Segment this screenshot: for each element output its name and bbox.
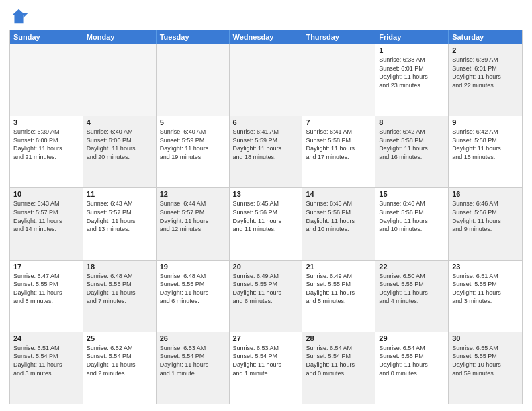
day-number: 24 [13,334,79,342]
day-number: 30 [452,334,519,342]
day-number: 22 [379,263,445,271]
cal-cell: 23Sunrise: 6:51 AM Sunset: 5:55 PM Dayli… [449,261,522,332]
cal-cell: 17Sunrise: 6:47 AM Sunset: 5:55 PM Dayli… [10,261,83,332]
cell-info: Sunrise: 6:44 AM Sunset: 5:57 PM Dayligh… [160,199,226,233]
day-number: 6 [233,118,299,126]
cal-cell: 7Sunrise: 6:41 AM Sunset: 5:58 PM Daylig… [302,116,375,187]
week-row-1: 3Sunrise: 6:39 AM Sunset: 6:00 PM Daylig… [10,116,522,187]
week-row-0: 1Sunrise: 6:38 AM Sunset: 6:01 PM Daylig… [10,44,522,116]
cell-info: Sunrise: 6:47 AM Sunset: 5:55 PM Dayligh… [13,272,79,306]
day-number: 3 [13,118,79,126]
week-row-3: 17Sunrise: 6:47 AM Sunset: 5:55 PM Dayli… [10,260,522,332]
cal-cell: 28Sunrise: 6:54 AM Sunset: 5:54 PM Dayli… [302,332,375,404]
cal-cell [302,44,375,116]
cal-cell [230,44,303,116]
cal-cell: 9Sunrise: 6:42 AM Sunset: 5:58 PM Daylig… [449,116,522,187]
logo [9,7,31,26]
cell-info: Sunrise: 6:49 AM Sunset: 5:55 PM Dayligh… [306,272,371,306]
day-number: 9 [452,118,519,126]
cell-info: Sunrise: 6:42 AM Sunset: 5:58 PM Dayligh… [452,128,519,161]
cal-cell: 10Sunrise: 6:43 AM Sunset: 5:57 PM Dayli… [10,188,83,259]
day-number: 26 [160,334,226,342]
cell-info: Sunrise: 6:54 AM Sunset: 5:54 PM Dayligh… [306,344,371,377]
day-number: 5 [160,118,226,126]
cell-info: Sunrise: 6:40 AM Sunset: 6:00 PM Dayligh… [87,128,152,161]
cell-info: Sunrise: 6:49 AM Sunset: 5:55 PM Dayligh… [233,272,299,306]
cal-cell: 15Sunrise: 6:46 AM Sunset: 5:56 PM Dayli… [375,188,449,259]
cell-info: Sunrise: 6:53 AM Sunset: 5:54 PM Dayligh… [233,344,299,377]
cal-cell: 29Sunrise: 6:54 AM Sunset: 5:55 PM Dayli… [375,332,449,404]
day-number: 8 [379,118,445,126]
day-number: 29 [379,334,445,342]
cell-info: Sunrise: 6:39 AM Sunset: 6:00 PM Dayligh… [13,128,79,161]
cal-cell: 18Sunrise: 6:48 AM Sunset: 5:55 PM Dayli… [83,261,157,332]
cal-cell: 24Sunrise: 6:51 AM Sunset: 5:54 PM Dayli… [10,332,83,404]
svg-marker-1 [24,13,28,17]
cal-cell: 2Sunrise: 6:39 AM Sunset: 6:01 PM Daylig… [449,44,522,116]
day-number: 20 [233,263,299,271]
cal-cell: 11Sunrise: 6:43 AM Sunset: 5:57 PM Dayli… [83,188,157,259]
cell-info: Sunrise: 6:50 AM Sunset: 5:55 PM Dayligh… [379,272,445,306]
logo-icon [9,7,28,26]
cal-cell: 25Sunrise: 6:52 AM Sunset: 5:54 PM Dayli… [83,332,157,404]
cal-cell: 19Sunrise: 6:48 AM Sunset: 5:55 PM Dayli… [157,261,230,332]
cell-info: Sunrise: 6:52 AM Sunset: 5:54 PM Dayligh… [87,344,152,377]
cell-info: Sunrise: 6:43 AM Sunset: 5:57 PM Dayligh… [13,199,79,233]
week-row-4: 24Sunrise: 6:51 AM Sunset: 5:54 PM Dayli… [10,332,522,404]
cell-info: Sunrise: 6:40 AM Sunset: 5:59 PM Dayligh… [160,128,226,161]
cell-info: Sunrise: 6:41 AM Sunset: 5:58 PM Dayligh… [306,128,371,161]
cal-cell: 20Sunrise: 6:49 AM Sunset: 5:55 PM Dayli… [230,261,303,332]
cell-info: Sunrise: 6:51 AM Sunset: 5:55 PM Dayligh… [452,272,519,306]
day-number: 14 [306,190,371,198]
day-number: 7 [306,118,371,126]
header-day-thursday: Thursday [302,30,375,44]
calendar-body: 1Sunrise: 6:38 AM Sunset: 6:01 PM Daylig… [10,44,522,404]
cell-info: Sunrise: 6:39 AM Sunset: 6:01 PM Dayligh… [452,56,519,89]
cal-cell: 1Sunrise: 6:38 AM Sunset: 6:01 PM Daylig… [375,44,449,116]
cal-cell: 6Sunrise: 6:41 AM Sunset: 5:59 PM Daylig… [230,116,303,187]
cal-cell: 8Sunrise: 6:42 AM Sunset: 5:58 PM Daylig… [375,116,449,187]
day-number: 25 [87,334,152,342]
day-number: 10 [13,190,79,198]
calendar: SundayMondayTuesdayWednesdayThursdayFrid… [9,30,523,404]
cell-info: Sunrise: 6:54 AM Sunset: 5:55 PM Dayligh… [379,344,445,377]
day-number: 12 [160,190,226,198]
header-day-sunday: Sunday [10,30,83,44]
cell-info: Sunrise: 6:42 AM Sunset: 5:58 PM Dayligh… [379,128,445,161]
cell-info: Sunrise: 6:48 AM Sunset: 5:55 PM Dayligh… [87,272,152,306]
header-day-tuesday: Tuesday [157,30,230,44]
cal-cell: 12Sunrise: 6:44 AM Sunset: 5:57 PM Dayli… [157,188,230,259]
day-number: 13 [233,190,299,198]
header-day-friday: Friday [375,30,449,44]
day-number: 4 [87,118,152,126]
day-number: 1 [379,46,445,54]
cal-cell: 16Sunrise: 6:46 AM Sunset: 5:56 PM Dayli… [449,188,522,259]
day-number: 15 [379,190,445,198]
page: SundayMondayTuesdayWednesdayThursdayFrid… [0,0,532,411]
cell-info: Sunrise: 6:38 AM Sunset: 6:01 PM Dayligh… [379,56,445,89]
cal-cell: 3Sunrise: 6:39 AM Sunset: 6:00 PM Daylig… [10,116,83,187]
cal-cell: 22Sunrise: 6:50 AM Sunset: 5:55 PM Dayli… [375,261,449,332]
day-number: 18 [87,263,152,271]
day-number: 16 [452,190,519,198]
cell-info: Sunrise: 6:53 AM Sunset: 5:54 PM Dayligh… [160,344,226,377]
calendar-header: SundayMondayTuesdayWednesdayThursdayFrid… [10,30,522,44]
day-number: 19 [160,263,226,271]
cal-cell: 5Sunrise: 6:40 AM Sunset: 5:59 PM Daylig… [157,116,230,187]
cal-cell: 13Sunrise: 6:45 AM Sunset: 5:56 PM Dayli… [230,188,303,259]
day-number: 17 [13,263,79,271]
day-number: 21 [306,263,371,271]
week-row-2: 10Sunrise: 6:43 AM Sunset: 5:57 PM Dayli… [10,187,522,259]
day-number: 11 [87,190,152,198]
day-number: 2 [452,46,519,54]
header [9,7,523,26]
cell-info: Sunrise: 6:41 AM Sunset: 5:59 PM Dayligh… [233,128,299,161]
cal-cell [10,44,83,116]
header-day-saturday: Saturday [449,30,522,44]
cal-cell [83,44,157,116]
cal-cell: 14Sunrise: 6:45 AM Sunset: 5:56 PM Dayli… [302,188,375,259]
cell-info: Sunrise: 6:51 AM Sunset: 5:54 PM Dayligh… [13,344,79,377]
header-day-wednesday: Wednesday [230,30,303,44]
cal-cell: 30Sunrise: 6:55 AM Sunset: 5:55 PM Dayli… [449,332,522,404]
day-number: 28 [306,334,371,342]
